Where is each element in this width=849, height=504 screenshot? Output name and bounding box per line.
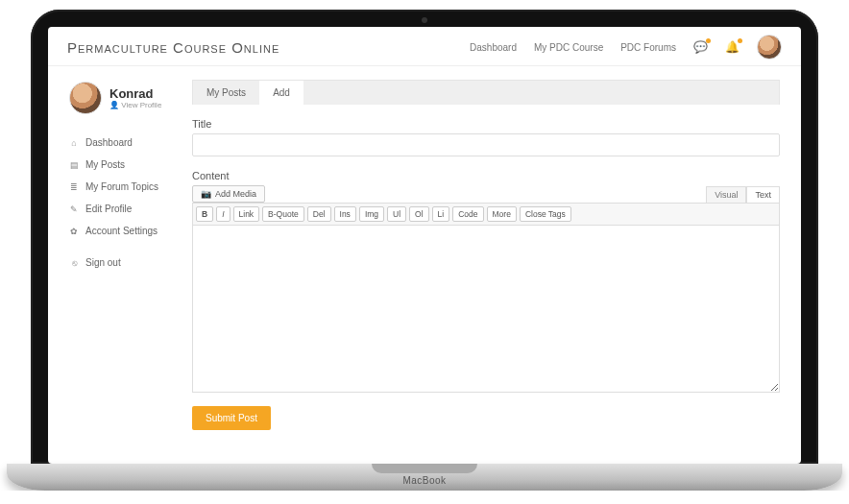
chat-icon[interactable]: 💬 (693, 40, 708, 54)
tb-italic[interactable]: I (216, 206, 230, 222)
editor-toolbar: B I Link B-Quote Del Ins Img Ul Ol Li Co… (192, 203, 780, 225)
tb-ins[interactable]: Ins (334, 206, 356, 222)
title-label: Title (192, 118, 780, 130)
tab-my-posts[interactable]: My Posts (193, 81, 259, 105)
tab-add[interactable]: Add (259, 81, 303, 105)
content-tabs: My Posts Add (192, 80, 780, 105)
sidebar-item-edit-profile[interactable]: ✎Edit Profile (69, 198, 182, 220)
mode-tab-visual[interactable]: Visual (706, 186, 746, 203)
tb-bold[interactable]: B (196, 206, 213, 222)
edit-icon: ✎ (69, 204, 79, 214)
add-media-button[interactable]: 📷Add Media (192, 185, 265, 203)
content-label: Content (192, 170, 780, 181)
nav-dashboard[interactable]: Dashboard (470, 42, 517, 53)
tb-img[interactable]: Img (359, 206, 384, 222)
topbar: Permaculture Course Online Dashboard My … (48, 27, 801, 66)
chat-badge (706, 38, 711, 43)
device-label: MacBook (402, 475, 446, 486)
content-area: My Posts Add Title Content 📷Add Media Vi… (192, 66, 801, 464)
sidebar-item-account-settings[interactable]: ✿Account Settings (69, 220, 182, 242)
nav-pdc-forums[interactable]: PDC Forums (620, 42, 676, 53)
bell-badge (738, 38, 742, 43)
avatar[interactable] (69, 82, 102, 114)
gear-icon: ✿ (69, 227, 79, 236)
sidebar-item-my-posts[interactable]: ▤My Posts (69, 154, 182, 176)
content-textarea[interactable] (192, 225, 780, 393)
top-nav: Dashboard My PDC Course PDC Forums 💬 🔔 (470, 35, 782, 60)
sidebar-item-label: Edit Profile (85, 204, 132, 214)
brand-title: Permaculture Course Online (67, 39, 279, 56)
sidebar-menu: ⌂Dashboard ▤My Posts ≣My Forum Topics ✎E… (69, 132, 182, 242)
sidebar-item-dashboard[interactable]: ⌂Dashboard (69, 132, 182, 154)
camera-dot (422, 17, 427, 23)
editor-mode-tabs: Visual Text (706, 186, 780, 203)
tb-bquote[interactable]: B-Quote (262, 206, 304, 222)
home-icon: ⌂ (69, 138, 79, 148)
sidebar-item-label: Account Settings (85, 226, 158, 236)
media-icon: 📷 (201, 189, 211, 199)
tb-ol[interactable]: Ol (409, 206, 429, 222)
avatar[interactable] (757, 35, 782, 60)
sidebar: Konrad 👤 View Profile ⌂Dashboard ▤My Pos… (48, 66, 192, 464)
sidebar-item-signout[interactable]: ⎋Sign out (69, 252, 182, 274)
mode-tab-text[interactable]: Text (746, 186, 780, 203)
sidebar-item-label: Dashboard (85, 137, 133, 148)
list-icon: ≣ (69, 182, 79, 192)
sidebar-item-label: My Posts (85, 159, 125, 170)
profile-block: Konrad 👤 View Profile (69, 82, 182, 114)
sidebar-item-my-forum-topics[interactable]: ≣My Forum Topics (69, 176, 182, 198)
app-screen: Permaculture Course Online Dashboard My … (48, 27, 801, 464)
submit-post-button[interactable]: Submit Post (192, 406, 271, 430)
signout-icon: ⎋ (69, 258, 79, 268)
tb-close-tags[interactable]: Close Tags (520, 206, 571, 222)
profile-name: Konrad (109, 86, 161, 101)
laptop-base: MacBook (7, 464, 842, 491)
tb-link[interactable]: Link (233, 206, 260, 222)
tb-ul[interactable]: Ul (387, 206, 406, 222)
tb-code[interactable]: Code (452, 206, 483, 222)
tb-more[interactable]: More (487, 206, 517, 222)
nav-my-pdc-course[interactable]: My PDC Course (534, 42, 603, 53)
tb-del[interactable]: Del (307, 206, 331, 222)
file-icon: ▤ (69, 160, 79, 170)
view-profile-link[interactable]: 👤 View Profile (109, 101, 161, 109)
bell-icon[interactable]: 🔔 (725, 40, 740, 54)
title-input[interactable] (192, 133, 780, 156)
sidebar-item-label: Sign out (85, 257, 121, 268)
sidebar-item-label: My Forum Topics (85, 181, 158, 192)
tb-li[interactable]: Li (432, 206, 450, 222)
